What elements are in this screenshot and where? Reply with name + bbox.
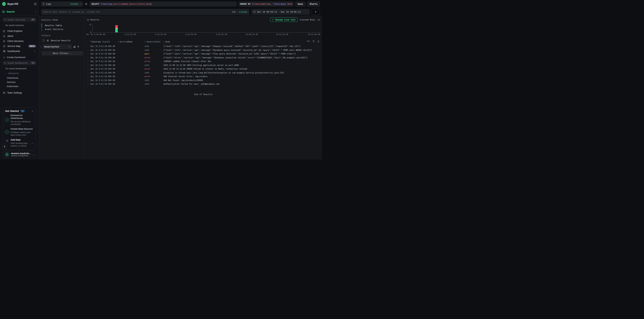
chevron-right-icon: › (34, 153, 34, 156)
sql-mode-label[interactable]: SQL (232, 10, 236, 13)
sidebar-item-dashboards[interactable]: Dashboards (2, 49, 37, 54)
drag-handle-icon[interactable]: ⠿ (144, 41, 146, 43)
preset-kubernetes[interactable]: Kubernetes (2, 84, 37, 88)
table-row[interactable]: ›Dec 10 9:51:30.000 AMerror500 Internal … (87, 75, 320, 78)
step-title: Create Data Sources (10, 128, 34, 130)
row-body: {"level":"error","service":"api","messag… (164, 56, 320, 59)
event-search-box[interactable]: SQL|Lucene (41, 9, 250, 15)
chevron-up-icon[interactable] (34, 50, 36, 52)
help-button[interactable]: ? (2, 144, 7, 149)
sidebar-item-search[interactable]: Search (0, 8, 39, 16)
saved-dashboards-placeholder: Saved Dashboards (8, 62, 28, 64)
search-icon (68, 46, 70, 48)
topbar-row-search: SQL|Lucene Dec 10 09:50:13 - Dec 10 10:0… (39, 8, 322, 16)
sidebar-item-chart-explorer[interactable]: Chart Explorer (2, 28, 37, 33)
logo-row: HyperDX (0, 0, 39, 8)
table-row[interactable]: ›Dec 10 9:51:30.000 AMinfoAuthentication… (87, 82, 320, 86)
preset-clickhouse[interactable]: ClickHouse (2, 76, 37, 80)
get-started-header[interactable]: Get Started 2/3 (5, 109, 34, 112)
save-button[interactable]: Save (295, 1, 306, 6)
get-started-step-sources[interactable]: Create Data Sources Configure where your… (5, 128, 34, 136)
source-select[interactable]: Logs Schema (41, 1, 83, 6)
drag-handle-icon[interactable]: ⠿ (118, 41, 119, 43)
schema-label: Schema (70, 3, 78, 5)
column-timestamp[interactable]: Timestamp (Local) (90, 40, 118, 43)
no-saved-searches-note: No saved searches (5, 24, 37, 26)
tab-event-patterns[interactable]: Event Patterns (42, 27, 82, 31)
date-range-picker[interactable]: Dec 10 09:50:13 - Dec 10 10:05:13 (251, 9, 310, 15)
table-row[interactable]: ›Dec 10 9:51:30.000 AMwarn{"level":"warn… (87, 52, 320, 56)
table-row[interactable]: ›Dec 10 9:51:30.000 AMinfo404 Not Found:… (87, 78, 320, 82)
alerts-button[interactable]: Alerts (307, 1, 320, 6)
row-severity: warn (144, 53, 164, 55)
get-started-step-connect[interactable]: Connect to ClickHouse Set up your databa… (5, 114, 34, 126)
orderby-input[interactable]: ORDER BY (TimestampTime, Timestamp) DESC (238, 1, 294, 6)
results-section: 11 Results Resume Live Tail Scanned Rows… (85, 16, 322, 159)
search-input[interactable] (43, 10, 230, 13)
row-severity: info (144, 45, 164, 47)
run-query-button[interactable] (311, 9, 320, 15)
presets-header[interactable]: PRESETS (5, 72, 37, 74)
sidebar-item-alerts[interactable]: Alerts (2, 33, 37, 38)
scanned-rows-label: Scanned Rows: 11 (300, 18, 320, 21)
histogram-bar[interactable] (115, 24, 118, 32)
table-row[interactable]: ›Dec 10 9:51:30.000 AMinfoException in t… (87, 71, 320, 75)
denoise-checkbox[interactable] (42, 39, 45, 42)
results-header-right: Resume Live Tail Scanned Rows: 11 (270, 17, 320, 22)
analysis-mode-label: Analysis Mode (40, 19, 82, 21)
dashboards-icon (3, 50, 6, 52)
pin-icon[interactable] (77, 45, 80, 48)
sidebar-item-client-sessions[interactable]: Client Sessions (2, 38, 37, 44)
saved-searches-input[interactable]: Saved Searches ⌘K (2, 17, 36, 22)
tab-results-table[interactable]: Results Table (42, 23, 82, 27)
row-body: {"level":"info","service":"api","message… (164, 49, 320, 51)
create-dashboard-button[interactable]: + Create Dashboard (2, 56, 37, 59)
download-icon[interactable] (317, 40, 320, 42)
column-servicename[interactable]: ⠿ServiceName (118, 40, 144, 43)
row-body: Exception in thread main java.lang.NullP… (164, 72, 320, 74)
table-row[interactable]: ›Dec 10 9:51:30.000 AMinfo{"level":"info… (87, 44, 320, 48)
row-timestamp: Dec 10 9:51:30.000 AM (89, 79, 118, 81)
select-query-input[interactable]: SELECT Timestamp,ServiceName,SeverityTex… (90, 1, 237, 6)
laptop-icon (3, 40, 6, 42)
step-desc: Set up your database connection (10, 120, 34, 126)
table-row[interactable]: ›Dec 10 9:51:30.000 AMerror2025-12-09 22… (87, 67, 320, 71)
check-circle-icon (5, 118, 9, 122)
wrap-lines-icon[interactable] (312, 40, 315, 42)
field-chart-icon[interactable] (73, 45, 76, 48)
drag-handle-icon[interactable]: ⠿ (164, 41, 164, 43)
progress-badge: 2/3 (20, 110, 25, 112)
x-tick-label: 9:52:30 AM (125, 33, 136, 35)
more-filters-button[interactable]: More filters (42, 51, 84, 55)
table-row[interactable]: ›Dec 10 9:51:30.000 AMinfo{"level":"info… (87, 48, 320, 52)
code-view-icon[interactable]: </> (306, 40, 310, 42)
get-started-step-add-data[interactable]: 3 Add Data Start sending logs, metrics, … (5, 139, 34, 147)
column-severitytext[interactable]: ⠿SeverityText (144, 40, 164, 43)
search-icon (4, 62, 6, 64)
table-header: Timestamp (Local) ⠿ServiceName ⠿Severity… (87, 40, 320, 44)
chevron-up-icon[interactable] (34, 11, 36, 13)
lucene-mode-label[interactable]: Lucene (239, 10, 247, 13)
step-number-badge: 3 (5, 139, 9, 143)
sidebar-collapse-icon[interactable] (34, 2, 37, 5)
table-row[interactable]: ›Dec 10 9:51:30.000 AMinfo2025-12-09 22:… (87, 63, 320, 67)
mode-divider: | (236, 10, 239, 13)
language-toggle[interactable]: SQL|Lucene (232, 10, 247, 13)
severity-field-search[interactable]: SeverityText (42, 44, 72, 49)
row-body: Authentication failed for user: john@exa… (164, 83, 320, 85)
preset-services[interactable]: Services (2, 80, 37, 84)
column-body[interactable]: ⠿Body (164, 40, 320, 43)
sidebar-item-team-settings[interactable]: Team Settings (3, 91, 37, 94)
gear-icon[interactable] (84, 2, 88, 5)
user-email: dominic.tran@clickh... (11, 155, 31, 157)
chevron-up-icon[interactable] (31, 110, 34, 112)
sidebar-item-service-map[interactable]: Service Map BETA (2, 44, 37, 49)
saved-dashboards-input[interactable]: Saved Dashboards ⌘K (2, 61, 36, 65)
user-account-card[interactable]: D dominic.tran@clic... dominic.tran@clic… (3, 151, 36, 158)
table-row[interactable]: ›Dec 10 9:51:30.000 AMerror[ERROR] Lambd… (87, 59, 320, 63)
presets-label: PRESETS (8, 72, 19, 74)
table-row[interactable]: ›Dec 10 9:51:30.000 AMerror{"level":"err… (87, 56, 320, 60)
row-timestamp: Dec 10 9:51:30.000 AM (89, 49, 118, 51)
expand-chevron-icon[interactable]: › (40, 45, 41, 48)
resume-live-tail-button[interactable]: Resume Live Tail (270, 17, 298, 22)
